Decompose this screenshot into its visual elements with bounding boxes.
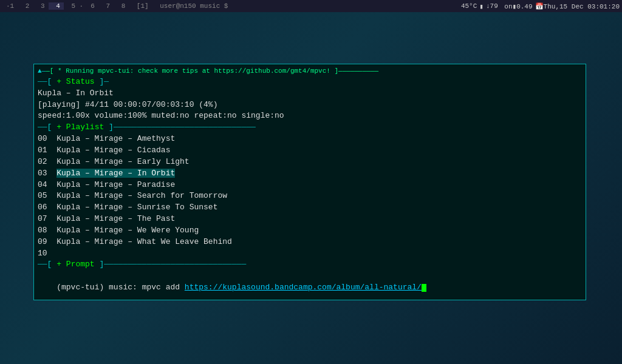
tab-7[interactable]: 7 xyxy=(98,2,114,10)
topbar: ·1 2 3 4 5 · 6 7 8 [1] user@n150 music $… xyxy=(0,0,622,12)
playback-settings: speed:1.00x volume:100% muted:no repeat:… xyxy=(38,110,582,122)
playlist-item: 04 Kupla – Mirage – Paradise xyxy=(38,180,582,191)
playing-info: [playing] #4/11 00:00:07/00:03:10 (4%) xyxy=(38,99,582,111)
tab-window-1[interactable]: [1] xyxy=(129,2,152,10)
user-host: user@n150 music $ xyxy=(152,2,232,10)
prompt-header-line: ——[ + Prompt ]——————————————————————————… xyxy=(38,259,582,271)
playlist: 00 Kupla – Mirage – Amethyst01 Kupla – M… xyxy=(38,133,582,259)
playlist-item: 09 Kupla – Mirage – What We Leave Behind xyxy=(38,237,582,248)
status-header-line: ——[ + Status ]— xyxy=(38,76,582,88)
playlist-item: 01 Kupla – Mirage – Cicadas xyxy=(38,145,582,157)
tab-6[interactable]: 6 xyxy=(87,2,98,10)
status-bar: 45°C ▮ ↓79 on▮0.49 📅Thu,15 Dec 03:01:20 xyxy=(461,2,620,10)
playlist-item: 10 xyxy=(38,248,582,260)
datetime: 📅Thu,15 Dec 03:01:20 xyxy=(535,2,620,10)
playlist-item: 00 Kupla – Mirage – Amethyst xyxy=(38,133,582,145)
tab-1[interactable]: ·1 xyxy=(2,2,18,10)
terminal-window[interactable]: ▲——[ * Running mpvc-tui: check more tips… xyxy=(33,64,586,300)
prompt-prefix: (mpvc-tui) music: mpvc add xyxy=(56,283,185,292)
cursor xyxy=(422,284,426,292)
tab-bar: ·1 2 3 4 5 · 6 7 8 [1] user@n150 music $ xyxy=(2,2,461,10)
cpu-icon: ▮ xyxy=(479,2,484,10)
playlist-item: 08 Kupla – Mirage – We Were Young xyxy=(38,225,582,237)
now-playing: Kupla – In Orbit xyxy=(38,88,582,99)
tab-2[interactable]: 2 xyxy=(18,2,33,10)
scroll-top-indicator: ▲——[ * Running mpvc-tui: check more tips… xyxy=(38,67,582,76)
playlist-item: 02 Kupla – Mirage – Early Light xyxy=(38,157,582,168)
temperature: 45°C xyxy=(461,2,477,10)
cpu-load: ↓79 xyxy=(486,2,498,10)
playlist-item: 05 Kupla – Mirage – Search for Tomorrow xyxy=(38,190,582,202)
tab-8[interactable]: 8 xyxy=(114,2,129,10)
playlist-header-line: ——[ + Playlist ]————————————————————————… xyxy=(38,122,582,133)
playlist-item: 03 Kupla – Mirage – In Orbit xyxy=(38,168,582,180)
tab-4[interactable]: 4 xyxy=(49,2,64,10)
prompt-url: https://kuplasound.bandcamp.com/album/al… xyxy=(185,283,422,292)
playlist-item: 06 Kupla – Mirage – Sunrise To Sunset xyxy=(38,202,582,214)
load-avg: on▮0.49 xyxy=(501,2,533,10)
tab-3[interactable]: 3 xyxy=(33,2,48,10)
prompt-line[interactable]: (mpvc-tui) music: mpvc add https://kupla… xyxy=(38,271,582,300)
tab-5[interactable]: 5 · xyxy=(64,2,87,10)
playlist-item: 07 Kupla – Mirage – The Past xyxy=(38,214,582,225)
